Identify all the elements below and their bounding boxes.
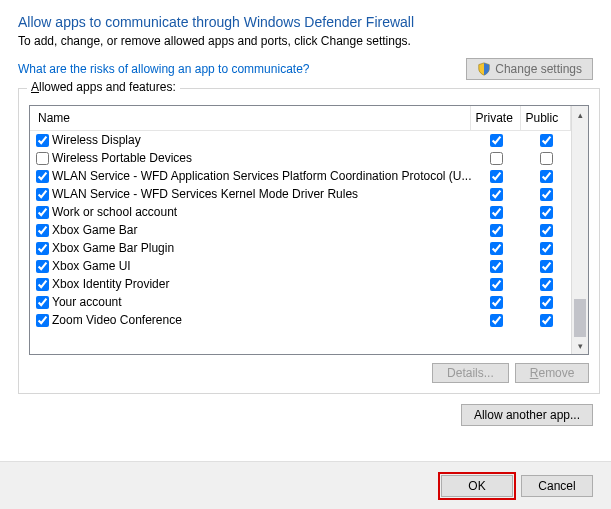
app-name: WLAN Service - WFD Application Services … xyxy=(52,169,471,183)
app-name: Wireless Display xyxy=(52,133,141,147)
list-header: Name Private Public xyxy=(30,106,571,131)
table-row[interactable]: Xbox Game Bar Plugin xyxy=(30,239,571,257)
private-checkbox[interactable] xyxy=(490,314,503,327)
page-title: Allow apps to communicate through Window… xyxy=(18,14,593,30)
table-row[interactable]: Xbox Game UI xyxy=(30,257,571,275)
allowed-apps-list: Name Private Public Wireless DisplayWire… xyxy=(29,105,589,355)
app-enable-checkbox[interactable] xyxy=(36,152,49,165)
scroll-track[interactable] xyxy=(572,123,588,337)
public-checkbox[interactable] xyxy=(540,134,553,147)
app-enable-checkbox[interactable] xyxy=(36,278,49,291)
public-checkbox[interactable] xyxy=(540,224,553,237)
app-enable-checkbox[interactable] xyxy=(36,260,49,273)
table-row[interactable]: WLAN Service - WFD Application Services … xyxy=(30,167,571,185)
remove-button: Remove xyxy=(515,363,590,383)
app-enable-checkbox[interactable] xyxy=(36,314,49,327)
col-header-private[interactable]: Private xyxy=(471,106,521,130)
cancel-button[interactable]: Cancel xyxy=(521,475,593,497)
app-name: Your account xyxy=(52,295,122,309)
table-row[interactable]: Wireless Portable Devices xyxy=(30,149,571,167)
app-name: Wireless Portable Devices xyxy=(52,151,192,165)
private-checkbox[interactable] xyxy=(490,170,503,183)
change-settings-label: Change settings xyxy=(495,62,582,76)
col-header-name[interactable]: Name xyxy=(30,106,471,130)
risks-link[interactable]: What are the risks of allowing an app to… xyxy=(18,62,309,76)
app-name: Xbox Game UI xyxy=(52,259,131,273)
public-checkbox[interactable] xyxy=(540,260,553,273)
app-name: WLAN Service - WFD Services Kernel Mode … xyxy=(52,187,358,201)
app-name: Zoom Video Conference xyxy=(52,313,182,327)
app-enable-checkbox[interactable] xyxy=(36,134,49,147)
table-row[interactable]: Wireless Display xyxy=(30,131,571,149)
table-row[interactable]: Xbox Identity Provider xyxy=(30,275,571,293)
page-subtitle: To add, change, or remove allowed apps a… xyxy=(18,34,593,48)
public-checkbox[interactable] xyxy=(540,314,553,327)
private-checkbox[interactable] xyxy=(490,134,503,147)
private-checkbox[interactable] xyxy=(490,296,503,309)
private-checkbox[interactable] xyxy=(490,242,503,255)
scroll-down-icon[interactable]: ▾ xyxy=(572,337,588,354)
groupbox-label: Allowed apps and features: xyxy=(27,80,180,94)
private-checkbox[interactable] xyxy=(490,188,503,201)
private-checkbox[interactable] xyxy=(490,206,503,219)
app-name: Work or school account xyxy=(52,205,177,219)
scroll-thumb[interactable] xyxy=(574,299,586,337)
allow-another-app-button[interactable]: Allow another app... xyxy=(461,404,593,426)
public-checkbox[interactable] xyxy=(540,152,553,165)
scrollbar[interactable]: ▴ ▾ xyxy=(571,106,588,354)
allowed-apps-groupbox: Allowed apps and features: Name Private … xyxy=(18,88,600,394)
app-enable-checkbox[interactable] xyxy=(36,224,49,237)
dialog-footer: OK Cancel xyxy=(0,461,611,509)
public-checkbox[interactable] xyxy=(540,188,553,201)
private-checkbox[interactable] xyxy=(490,260,503,273)
public-checkbox[interactable] xyxy=(540,278,553,291)
details-button: Details... xyxy=(432,363,509,383)
table-row[interactable]: Work or school account xyxy=(30,203,571,221)
change-settings-button[interactable]: Change settings xyxy=(466,58,593,80)
table-row[interactable]: Your account xyxy=(30,293,571,311)
shield-icon xyxy=(477,62,491,76)
table-row[interactable]: Zoom Video Conference xyxy=(30,311,571,329)
col-header-public[interactable]: Public xyxy=(521,106,571,130)
app-enable-checkbox[interactable] xyxy=(36,206,49,219)
app-name: Xbox Game Bar Plugin xyxy=(52,241,174,255)
private-checkbox[interactable] xyxy=(490,224,503,237)
app-enable-checkbox[interactable] xyxy=(36,188,49,201)
app-name: Xbox Game Bar xyxy=(52,223,137,237)
private-checkbox[interactable] xyxy=(490,278,503,291)
public-checkbox[interactable] xyxy=(540,296,553,309)
app-name: Xbox Identity Provider xyxy=(52,277,169,291)
public-checkbox[interactable] xyxy=(540,170,553,183)
scroll-up-icon[interactable]: ▴ xyxy=(572,106,588,123)
ok-button[interactable]: OK xyxy=(441,475,513,497)
app-enable-checkbox[interactable] xyxy=(36,170,49,183)
table-row[interactable]: WLAN Service - WFD Services Kernel Mode … xyxy=(30,185,571,203)
app-enable-checkbox[interactable] xyxy=(36,242,49,255)
public-checkbox[interactable] xyxy=(540,206,553,219)
app-enable-checkbox[interactable] xyxy=(36,296,49,309)
table-row[interactable]: Xbox Game Bar xyxy=(30,221,571,239)
private-checkbox[interactable] xyxy=(490,152,503,165)
public-checkbox[interactable] xyxy=(540,242,553,255)
